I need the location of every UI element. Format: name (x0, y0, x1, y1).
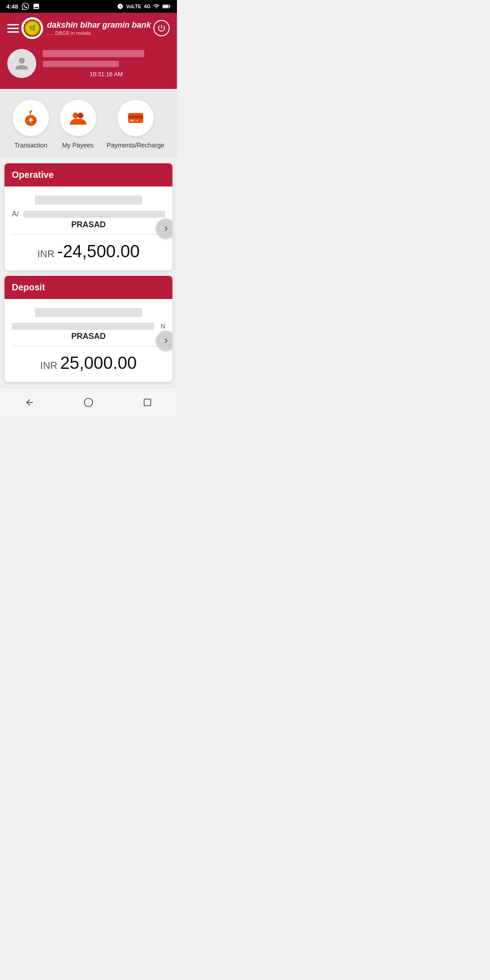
payments-recharge-label: Payments/Recharge (107, 142, 164, 149)
back-icon (24, 397, 34, 407)
status-bar: 4:48 VoLTE 4G (0, 0, 177, 13)
clock-icon (117, 3, 123, 10)
operative-account-mid-masked (23, 211, 165, 218)
profile-name-masked (43, 50, 144, 57)
svg-point-9 (73, 113, 78, 118)
svg-point-10 (78, 113, 83, 118)
clock-display: 4:48 (6, 3, 18, 10)
volte-indicator: VoLTE (126, 4, 141, 9)
power-icon (157, 24, 166, 33)
gallery-icon (33, 3, 40, 10)
svg-rect-1 (169, 5, 170, 7)
svg-rect-16 (144, 399, 151, 406)
power-button[interactable] (153, 20, 170, 36)
deposit-account-mid-masked (12, 323, 154, 330)
profile-banner: 10:31:16 AM (0, 44, 177, 89)
operative-name-row: A/ (12, 210, 165, 218)
deposit-account-section: Deposit N PRASAD INR25,000.00 (5, 276, 172, 382)
bank-name-container: dakshin bihar gramin bank ......DBGB in … (47, 20, 151, 36)
profile-info: 10:31:16 AM (43, 50, 170, 78)
operative-account-section: Operative A/ PRASAD INR-24,500.00 (5, 163, 172, 270)
home-icon (83, 397, 93, 407)
my-payees-label: My Payees (62, 142, 93, 149)
chevron-right-icon-2 (162, 336, 171, 345)
avatar (7, 49, 36, 78)
transaction-icon (21, 108, 41, 128)
bank-logo: 🌿 dakshin bihar gramin bank ......DBGB i… (21, 17, 151, 39)
deposit-suffix: N (161, 323, 165, 330)
operative-header: Operative (5, 163, 172, 186)
top-navigation: 🌿 dakshin bihar gramin bank ......DBGB i… (0, 13, 177, 44)
transaction-label: Transaction (15, 142, 48, 149)
payments-recharge-icon (126, 108, 146, 128)
recent-apps-icon (142, 397, 152, 407)
my-payees-action[interactable]: My Payees (60, 100, 96, 149)
deposit-divider (12, 346, 165, 346)
operative-balance: INR-24,500.00 (12, 242, 165, 261)
bank-emblem: 🌿 (24, 20, 41, 37)
payments-recharge-action[interactable]: Payments/Recharge (107, 100, 164, 149)
svg-rect-2 (163, 5, 168, 7)
menu-button[interactable] (7, 24, 19, 33)
operative-currency: INR (37, 248, 54, 260)
operative-chevron-button[interactable] (156, 219, 172, 239)
home-button[interactable] (79, 393, 98, 412)
deposit-account-number-masked (35, 308, 142, 317)
svg-rect-12 (128, 116, 143, 118)
deposit-account-holder: PRASAD (12, 332, 165, 341)
recent-apps-button[interactable] (138, 393, 157, 412)
svg-rect-14 (136, 120, 138, 122)
back-button[interactable] (20, 393, 39, 412)
whatsapp-icon (22, 3, 29, 10)
my-payees-icon (68, 108, 88, 128)
deposit-body: N PRASAD INR25,000.00 (5, 299, 172, 382)
deposit-header: Deposit (5, 276, 172, 299)
quick-actions: Transaction My Payees Payments/Recharge (0, 89, 177, 158)
operative-divider (12, 234, 165, 235)
signal-icon (153, 3, 160, 10)
operative-account-number-masked (35, 196, 142, 205)
network-type: 4G (144, 4, 151, 9)
deposit-name-row: N (12, 323, 165, 330)
deposit-balance-amount: 25,000.00 (60, 353, 137, 372)
transaction-action[interactable]: Transaction (13, 100, 49, 149)
deposit-currency: INR (40, 360, 58, 371)
battery-icon (162, 4, 171, 9)
operative-prefix: A/ (12, 210, 19, 218)
profile-time: 10:31:16 AM (43, 71, 170, 78)
svg-text:🌿: 🌿 (29, 24, 36, 32)
bank-logo-circle: 🌿 (21, 17, 43, 39)
status-time: 4:48 (6, 3, 40, 10)
operative-balance-amount: -24,500.00 (57, 242, 140, 261)
bottom-navigation (0, 387, 177, 417)
deposit-chevron-button[interactable] (156, 331, 172, 351)
user-icon (13, 54, 31, 73)
deposit-title: Deposit (12, 282, 165, 293)
transaction-icon-circle (13, 100, 49, 136)
profile-account-masked (43, 61, 119, 67)
payments-icon-circle (118, 100, 154, 136)
operative-account-holder: PRASAD (12, 220, 165, 230)
bank-tagline: ......DBGB in mobile (47, 30, 151, 36)
operative-title: Operative (12, 170, 165, 180)
status-icons: VoLTE 4G (117, 3, 171, 10)
my-payees-icon-circle (60, 100, 96, 136)
svg-rect-13 (130, 120, 134, 122)
operative-body: A/ PRASAD INR-24,500.00 (5, 186, 172, 270)
chevron-right-icon (162, 224, 171, 233)
svg-point-15 (84, 398, 93, 407)
deposit-balance: INR25,000.00 (12, 353, 165, 373)
bank-name: dakshin bihar gramin bank (47, 20, 151, 30)
